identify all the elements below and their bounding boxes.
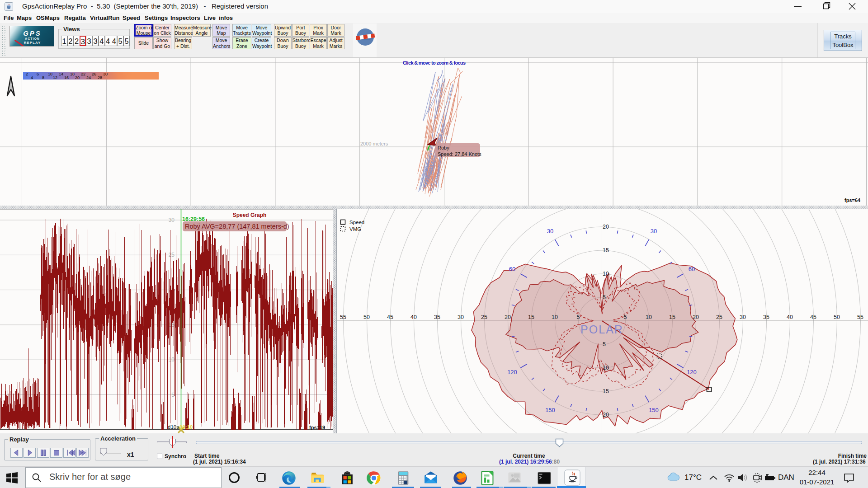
svg-text:25: 25 [169,252,175,258]
svg-text:30: 30 [458,314,464,320]
svg-text:4: 4 [31,75,33,80]
svg-text:20: 20 [693,314,699,320]
svg-text:60: 60 [509,266,515,272]
svg-text:40: 40 [410,314,417,320]
svg-text:24: 24 [86,75,91,80]
svg-text:2000 meters: 2000 meters [360,141,388,146]
svg-text:30: 30 [651,228,657,235]
svg-text:VMG: VMG [349,226,361,232]
svg-text:25: 25 [716,314,722,320]
svg-text:55: 55 [857,314,863,320]
svg-text:45: 45 [387,314,393,320]
svg-text:30: 30 [547,228,553,235]
svg-text:5: 5 [603,294,606,300]
svg-text:15: 15 [603,247,609,253]
svg-text:30: 30 [103,72,108,76]
svg-text:10: 10 [552,314,558,320]
svg-text:Speed: Speed [349,220,364,225]
svg-text:fps=64: fps=64 [844,197,861,203]
svg-text:5: 5 [624,314,627,320]
svg-text:10: 10 [169,357,175,363]
svg-text:00:10: 00:10 [179,424,193,430]
svg-text:d10s: d10s [168,424,179,430]
svg-text:10: 10 [603,271,609,277]
svg-text:20: 20 [603,412,609,418]
svg-text:35: 35 [434,314,440,320]
svg-text:20: 20 [505,314,511,320]
svg-text:POLAR: POLAR [580,323,623,336]
svg-text:30: 30 [740,314,746,320]
svg-text:14: 14 [59,72,63,76]
svg-text:40: 40 [787,314,793,320]
svg-text:12: 12 [53,75,57,80]
svg-text:fps=19: fps=19 [309,425,325,430]
svg-text:150: 150 [545,407,555,413]
svg-text:35: 35 [763,314,769,320]
svg-text:45: 45 [810,314,816,320]
svg-text:Click & move to zoom & focus: Click & move to zoom & focus [403,60,466,66]
svg-text:5: 5 [577,314,580,320]
svg-text:Speed: 27,84 Knots: Speed: 27,84 Knots [438,151,481,157]
svg-text:Roby AVG=28,77 (147,81 meters: Roby AVG=28,77 (147,81 meters-d) [185,223,289,230]
svg-text:22: 22 [81,72,85,76]
svg-text:10: 10 [48,72,52,76]
svg-text:Roby: Roby [438,145,449,150]
svg-text:15: 15 [669,314,675,320]
svg-text:120: 120 [507,369,517,375]
svg-text:10: 10 [603,365,609,371]
svg-text:20: 20 [75,75,80,80]
svg-text:120: 120 [687,369,697,375]
svg-text:25: 25 [481,314,487,320]
svg-text:10: 10 [646,314,652,320]
svg-text:2: 2 [26,72,28,76]
svg-text:6: 6 [37,72,39,76]
svg-text:Speed Graph: Speed Graph [233,212,267,218]
svg-text:55: 55 [340,314,346,320]
svg-text:20: 20 [603,224,609,230]
svg-text:15: 15 [603,388,609,394]
svg-text:150: 150 [649,407,659,413]
svg-text:16:29:56: 16:29:56 [182,216,205,222]
svg-text:16: 16 [64,75,69,80]
svg-text:18: 18 [70,72,75,76]
svg-text:60: 60 [689,266,695,272]
svg-text:8: 8 [42,75,44,80]
svg-text:50: 50 [834,314,840,320]
svg-text:5: 5 [603,341,606,347]
svg-text:26: 26 [92,72,96,76]
svg-text:50: 50 [363,314,370,320]
svg-text:28: 28 [98,75,102,80]
svg-text:30: 30 [169,217,175,223]
svg-text:15: 15 [528,314,534,320]
